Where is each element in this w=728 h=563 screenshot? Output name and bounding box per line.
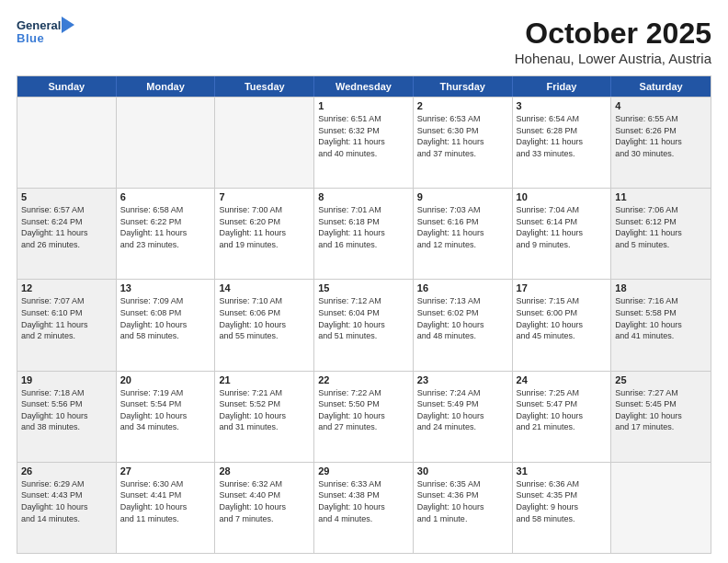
day-number: 19 [21, 374, 112, 385]
day-number: 2 [417, 100, 508, 111]
day-number: 16 [417, 282, 508, 293]
day-number: 24 [517, 374, 608, 385]
day-number: 13 [120, 282, 211, 293]
day-number: 23 [417, 374, 508, 385]
day-cell-16: 16Sunrise: 7:13 AMSunset: 6:02 PMDayligh… [414, 280, 513, 370]
logo: General Blue [17, 17, 74, 45]
cell-info: Sunrise: 7:21 AMSunset: 5:52 PMDaylight:… [219, 387, 310, 433]
cell-info: Sunrise: 7:15 AMSunset: 6:00 PMDaylight:… [517, 295, 608, 341]
day-number: 9 [417, 191, 508, 202]
calendar: SundayMondayTuesdayWednesdayThursdayFrid… [17, 75, 711, 554]
day-number: 4 [615, 100, 707, 111]
cell-info: Sunrise: 6:58 AMSunset: 6:22 PMDaylight:… [120, 204, 211, 250]
cell-info: Sunrise: 7:03 AMSunset: 6:16 PMDaylight:… [417, 204, 508, 250]
day-header-wednesday: Wednesday [314, 76, 414, 97]
calendar-subtitle: Hohenau, Lower Austria, Austria [515, 51, 711, 66]
day-number: 21 [219, 374, 310, 385]
day-header-monday: Monday [117, 76, 216, 97]
cell-info: Sunrise: 7:12 AMSunset: 6:04 PMDaylight:… [318, 295, 409, 341]
empty-cell-4-6 [611, 463, 711, 553]
cell-info: Sunrise: 7:27 AMSunset: 5:45 PMDaylight:… [615, 387, 707, 433]
day-number: 6 [120, 191, 211, 202]
header: General Blue October 2025 Hohenau, Lower… [17, 17, 711, 66]
day-cell-17: 17Sunrise: 7:15 AMSunset: 6:00 PMDayligh… [513, 280, 612, 370]
empty-cell-0-0 [17, 98, 117, 188]
title-block: October 2025 Hohenau, Lower Austria, Aus… [515, 17, 711, 66]
day-number: 1 [318, 100, 409, 111]
day-number: 17 [517, 282, 608, 293]
day-number: 26 [21, 465, 112, 477]
day-number: 3 [517, 100, 608, 111]
week-row-3: 19Sunrise: 7:18 AMSunset: 5:56 PMDayligh… [17, 371, 711, 462]
day-header-sunday: Sunday [17, 76, 117, 97]
day-cell-7: 7Sunrise: 7:00 AMSunset: 6:20 PMDaylight… [215, 189, 314, 279]
day-header-tuesday: Tuesday [215, 76, 314, 97]
day-cell-26: 26Sunrise: 6:29 AMSunset: 4:43 PMDayligh… [17, 463, 117, 553]
day-number: 30 [417, 465, 508, 477]
week-row-0: 1Sunrise: 6:51 AMSunset: 6:32 PMDaylight… [17, 97, 711, 188]
cell-info: Sunrise: 7:00 AMSunset: 6:20 PMDaylight:… [219, 204, 310, 250]
empty-cell-0-2 [215, 98, 314, 188]
day-cell-5: 5Sunrise: 6:57 AMSunset: 6:24 PMDaylight… [17, 189, 117, 279]
day-cell-24: 24Sunrise: 7:25 AMSunset: 5:47 PMDayligh… [513, 372, 612, 462]
day-cell-15: 15Sunrise: 7:12 AMSunset: 6:04 PMDayligh… [314, 280, 414, 370]
day-cell-14: 14Sunrise: 7:10 AMSunset: 6:06 PMDayligh… [215, 280, 314, 370]
day-cell-29: 29Sunrise: 6:33 AMSunset: 4:38 PMDayligh… [314, 463, 414, 553]
day-number: 12 [21, 282, 112, 293]
cell-info: Sunrise: 6:55 AMSunset: 6:26 PMDaylight:… [615, 113, 707, 159]
cell-info: Sunrise: 6:51 AMSunset: 6:32 PMDaylight:… [318, 113, 409, 159]
cell-info: Sunrise: 7:10 AMSunset: 6:06 PMDaylight:… [219, 295, 310, 341]
day-cell-13: 13Sunrise: 7:09 AMSunset: 6:08 PMDayligh… [117, 280, 216, 370]
cell-info: Sunrise: 6:53 AMSunset: 6:30 PMDaylight:… [417, 113, 508, 159]
day-cell-31: 31Sunrise: 6:36 AMSunset: 4:35 PMDayligh… [513, 463, 612, 553]
logo-general: General [17, 18, 61, 32]
day-cell-2: 2Sunrise: 6:53 AMSunset: 6:30 PMDaylight… [414, 98, 513, 188]
week-row-1: 5Sunrise: 6:57 AMSunset: 6:24 PMDaylight… [17, 188, 711, 279]
empty-cell-0-1 [117, 98, 216, 188]
calendar-body: 1Sunrise: 6:51 AMSunset: 6:32 PMDaylight… [17, 97, 711, 553]
day-cell-8: 8Sunrise: 7:01 AMSunset: 6:18 PMDaylight… [314, 189, 414, 279]
day-cell-9: 9Sunrise: 7:03 AMSunset: 6:16 PMDaylight… [414, 189, 513, 279]
day-number: 22 [318, 374, 409, 385]
cell-info: Sunrise: 7:16 AMSunset: 5:58 PMDaylight:… [615, 295, 707, 341]
cell-info: Sunrise: 6:30 AMSunset: 4:41 PMDaylight:… [120, 478, 211, 524]
cell-info: Sunrise: 7:07 AMSunset: 6:10 PMDaylight:… [21, 295, 112, 341]
day-cell-23: 23Sunrise: 7:24 AMSunset: 5:49 PMDayligh… [414, 372, 513, 462]
cell-info: Sunrise: 7:13 AMSunset: 6:02 PMDaylight:… [417, 295, 508, 341]
cell-info: Sunrise: 7:04 AMSunset: 6:14 PMDaylight:… [517, 204, 608, 250]
day-header-friday: Friday [513, 76, 612, 97]
day-number: 18 [615, 282, 707, 293]
cell-info: Sunrise: 6:54 AMSunset: 6:28 PMDaylight:… [517, 113, 608, 159]
day-number: 20 [120, 374, 211, 385]
day-number: 7 [219, 191, 310, 202]
day-number: 11 [615, 191, 707, 202]
cell-info: Sunrise: 6:33 AMSunset: 4:38 PMDaylight:… [318, 478, 409, 524]
day-cell-6: 6Sunrise: 6:58 AMSunset: 6:22 PMDaylight… [117, 189, 216, 279]
day-cell-21: 21Sunrise: 7:21 AMSunset: 5:52 PMDayligh… [215, 372, 314, 462]
day-cell-28: 28Sunrise: 6:32 AMSunset: 4:40 PMDayligh… [215, 463, 314, 553]
week-row-4: 26Sunrise: 6:29 AMSunset: 4:43 PMDayligh… [17, 462, 711, 553]
day-cell-27: 27Sunrise: 6:30 AMSunset: 4:41 PMDayligh… [117, 463, 216, 553]
cell-info: Sunrise: 7:09 AMSunset: 6:08 PMDaylight:… [120, 295, 211, 341]
day-number: 28 [219, 465, 310, 477]
week-row-2: 12Sunrise: 7:07 AMSunset: 6:10 PMDayligh… [17, 279, 711, 370]
calendar-header: SundayMondayTuesdayWednesdayThursdayFrid… [17, 76, 711, 97]
day-cell-11: 11Sunrise: 7:06 AMSunset: 6:12 PMDayligh… [611, 189, 711, 279]
cell-info: Sunrise: 6:29 AMSunset: 4:43 PMDaylight:… [21, 478, 112, 524]
cell-info: Sunrise: 7:22 AMSunset: 5:50 PMDaylight:… [318, 387, 409, 433]
day-number: 31 [517, 465, 608, 477]
day-number: 29 [318, 465, 409, 477]
cell-info: Sunrise: 7:18 AMSunset: 5:56 PMDaylight:… [21, 387, 112, 433]
day-cell-20: 20Sunrise: 7:19 AMSunset: 5:54 PMDayligh… [117, 372, 216, 462]
day-number: 27 [120, 465, 211, 477]
day-header-saturday: Saturday [611, 76, 711, 97]
day-number: 10 [517, 191, 608, 202]
day-number: 14 [219, 282, 310, 293]
day-cell-25: 25Sunrise: 7:27 AMSunset: 5:45 PMDayligh… [611, 372, 711, 462]
cell-info: Sunrise: 6:57 AMSunset: 6:24 PMDaylight:… [21, 204, 112, 250]
cell-info: Sunrise: 6:36 AMSunset: 4:35 PMDaylight:… [517, 478, 608, 524]
cell-info: Sunrise: 7:01 AMSunset: 6:18 PMDaylight:… [318, 204, 409, 250]
day-cell-18: 18Sunrise: 7:16 AMSunset: 5:58 PMDayligh… [611, 280, 711, 370]
day-number: 5 [21, 191, 112, 202]
calendar-page: General Blue October 2025 Hohenau, Lower… [0, 0, 728, 563]
